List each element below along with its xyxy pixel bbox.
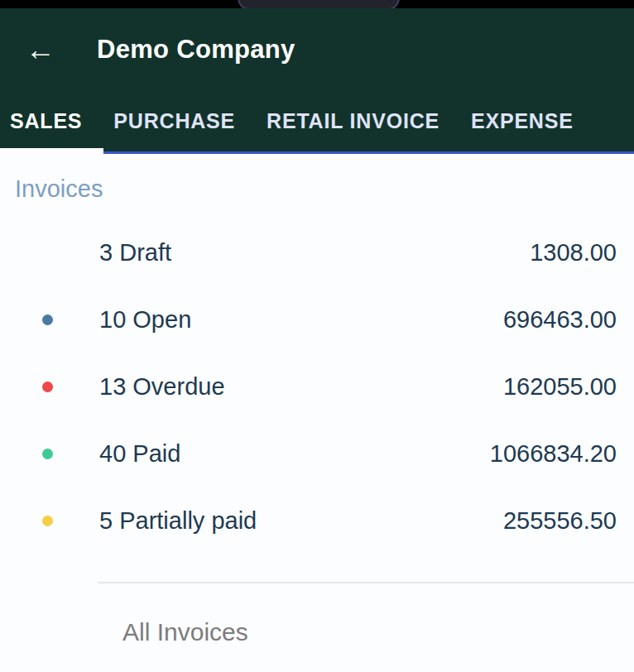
status-label: 3 Draft — [99, 239, 171, 266]
content: Invoices 3 Draft 1308.00 10 Open 696463.… — [0, 154, 634, 646]
tab-retail-invoice[interactable]: RETAIL INVOICE — [267, 109, 439, 133]
status-amount: 255556.50 — [503, 507, 617, 535]
status-amount: 1308.00 — [530, 239, 617, 266]
status-label: 13 Overdue — [99, 373, 225, 401]
tab-sales[interactable]: SALES — [10, 109, 82, 133]
divider — [98, 582, 634, 583]
tab-bar: SALESPURCHASERETAIL INVOICEEXPENSE — [0, 91, 634, 151]
status-bar — [0, 0, 634, 8]
status-amount: 696463.00 — [503, 306, 617, 334]
invoice-summary-list: 3 Draft 1308.00 10 Open 696463.00 13 Ove… — [0, 219, 634, 554]
status-dot-icon — [42, 449, 53, 459]
header-top: ← Demo Company — [0, 8, 634, 91]
status-dot-icon — [42, 314, 53, 325]
status-amount: 162055.00 — [503, 373, 617, 401]
status-dot-icon — [42, 516, 53, 526]
status-label: 40 Paid — [99, 440, 180, 468]
back-arrow-icon[interactable]: ← — [26, 35, 62, 65]
active-tab-indicator — [0, 148, 103, 154]
tab-purchase[interactable]: PURCHASE — [113, 109, 235, 133]
invoice-status-row[interactable]: 10 Open 696463.00 — [0, 286, 634, 353]
page-title: Demo Company — [97, 35, 295, 65]
status-label: 5 Partially paid — [99, 507, 257, 535]
status-bar-notch — [238, 0, 400, 8]
invoice-status-row[interactable]: 5 Partially paid 255556.50 — [0, 487, 634, 554]
all-invoices-link[interactable]: All Invoices — [122, 618, 634, 646]
section-title: Invoices — [0, 154, 634, 203]
tab-expense[interactable]: EXPENSE — [471, 109, 574, 133]
invoice-status-row[interactable]: 3 Draft 1308.00 — [0, 219, 634, 286]
app-screen: ← Demo Company SALESPURCHASERETAIL INVOI… — [0, 0, 634, 672]
invoice-status-row[interactable]: 40 Paid 1066834.20 — [0, 420, 634, 487]
app-header: ← Demo Company SALESPURCHASERETAIL INVOI… — [0, 8, 634, 154]
status-label: 10 Open — [99, 306, 191, 334]
status-dot-icon — [42, 382, 53, 392]
status-amount: 1066834.20 — [490, 440, 617, 468]
invoice-status-row[interactable]: 13 Overdue 162055.00 — [0, 353, 634, 420]
